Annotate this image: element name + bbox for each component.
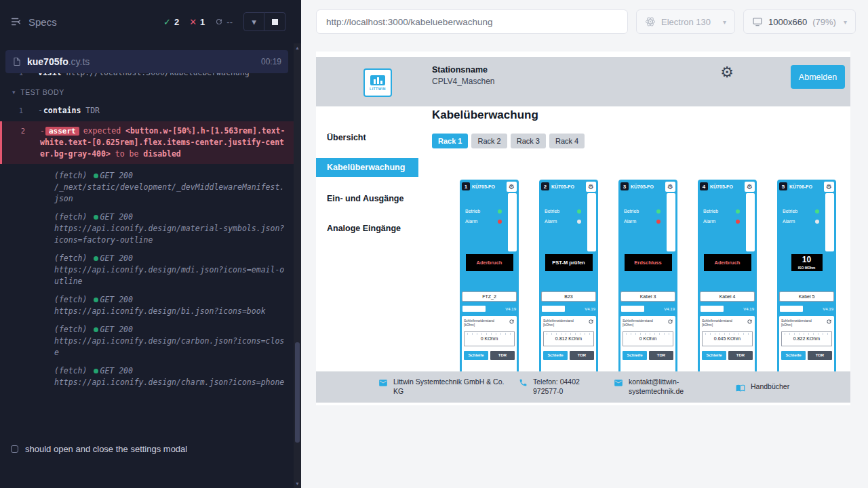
stop-tests-button[interactable] (264, 12, 285, 31)
spec-header[interactable]: kue705fo.cy.ts 00:19 (5, 50, 288, 73)
resistance-value: 0.645 KOhm (702, 331, 753, 346)
device-gear-icon[interactable]: ⚙ (824, 182, 834, 192)
fetch-log-entry[interactable]: (fetch)GET 200https://api.iconify.design… (0, 249, 294, 291)
firmware-version: V4.19 (823, 307, 833, 311)
rack-tab[interactable]: Rack 4 (549, 134, 585, 148)
viewport-selector[interactable]: 1000x660 (79%) ▾ (743, 9, 856, 34)
logout-button[interactable]: Abmelden (791, 65, 845, 89)
indicator-column (746, 193, 755, 251)
app-preview: LITTWIN Stationsname CPLV4_Maschen ⚙ Abm… (316, 52, 850, 405)
sidebar-item[interactable]: Übersicht (316, 129, 418, 146)
indicator-column (587, 193, 596, 251)
spec-file-icon (12, 57, 22, 66)
browser-selector[interactable]: Electron 130 ▾ (636, 9, 735, 34)
next-test-title[interactable]: should open and close the settings modal (0, 439, 294, 458)
card-input[interactable] (621, 306, 644, 312)
schleife-button[interactable]: Schleife (464, 351, 488, 360)
card-title: KÜ705-FO (551, 184, 574, 189)
indicator-column (508, 193, 517, 251)
tdr-button[interactable]: TDR (808, 351, 832, 360)
resistance-value: 0.812 KOhm (543, 331, 594, 346)
status-dot-icon (94, 327, 98, 332)
card-input[interactable] (542, 306, 565, 312)
fetch-log-entry[interactable]: (fetch)GET 200https://api.iconify.design… (0, 321, 294, 362)
fetch-log-entry[interactable]: (fetch)GET 200/_next/static/development/… (0, 167, 294, 208)
scrollbar-thumb[interactable] (295, 342, 300, 443)
alarm-label: Alarm (624, 219, 636, 224)
device-gear-icon[interactable]: ⚙ (507, 182, 517, 192)
scroll-down-icon[interactable]: ▼ (294, 479, 301, 488)
cable-name: Kabel 5 (779, 291, 834, 302)
betrieb-indicator (577, 209, 581, 214)
footer-item: Telefon: 04402 972577-0 (519, 378, 614, 396)
collapse-tests-button[interactable]: ▾ (243, 12, 264, 31)
command-assert-failed[interactable]: 2 -assertexpected <button.w-[50%].h-[1.5… (0, 121, 294, 164)
fetch-log-entry[interactable]: (fetch)GET 200https://api.iconify.design… (0, 208, 294, 249)
schleife-button[interactable]: Schleife (781, 351, 806, 360)
assert-badge: assert (45, 127, 79, 136)
device-gear-icon[interactable]: ⚙ (586, 182, 596, 192)
rack-tabs: Rack 1Rack 2Rack 3Rack 4 (432, 134, 585, 148)
email-address: kontakt@littwin-systemtechnik.de (629, 378, 700, 396)
cable-name: FTZ_2 (462, 291, 517, 302)
fetch-log-list: (fetch)GET 200/_next/static/development/… (0, 167, 294, 392)
spec-filename: kue705fo.cy.ts (27, 56, 90, 67)
rack-tab[interactable]: Rack 2 (471, 134, 507, 148)
contains-arg: TDR (85, 106, 100, 115)
tdr-button[interactable]: TDR (728, 351, 753, 360)
alarm-label: Alarm (545, 219, 557, 224)
cypress-runner: Specs ✓2 ✕1 -- ▾ kue705fo.cy.ts 00:19 1 … (0, 0, 301, 488)
scroll-up-icon[interactable]: ▲ (294, 43, 301, 52)
resistance-label: Schleifenwiderstand [kOhm] (781, 319, 823, 327)
tdr-button[interactable]: TDR (570, 351, 594, 360)
spec-duration: 00:19 (261, 57, 281, 66)
refresh-icon[interactable] (826, 319, 832, 325)
device-gear-icon[interactable]: ⚙ (665, 182, 675, 192)
command-contains[interactable]: 1 -contains TDR (0, 103, 294, 119)
refresh-icon[interactable] (509, 319, 515, 325)
sidebar-item[interactable]: Ein- und Ausgänge (316, 190, 418, 207)
device-gear-icon[interactable]: ⚙ (745, 182, 755, 192)
specs-menu-icon[interactable] (9, 16, 22, 28)
card-input[interactable] (462, 306, 486, 312)
tdr-button[interactable]: TDR (649, 351, 673, 360)
device-card: ⚙1KÜ705-FOBetriebAlarmAderbruchFTZ_2V4.1… (460, 180, 519, 376)
fetch-log-entry[interactable]: (fetch)GET 200https://api.iconify.design… (0, 362, 294, 392)
betrieb-label: Betrieb (783, 209, 797, 214)
specs-label: Specs (28, 16, 57, 28)
resistance-value: 0 KOhm (464, 331, 515, 346)
firmware-version: V4.19 (505, 307, 516, 311)
aut-panel: Electron 130 ▾ 1000x660 (79%) ▾ LITTWIN … (301, 0, 868, 488)
settings-gear-icon[interactable]: ⚙ (720, 65, 734, 80)
refresh-icon (215, 18, 223, 26)
rack-tab[interactable]: Rack 1 (432, 134, 468, 148)
url-input[interactable] (317, 10, 627, 33)
card-input[interactable] (780, 306, 803, 312)
fetch-status: GET 200 (100, 294, 132, 306)
manuals-link[interactable]: Handbücher (751, 382, 789, 392)
sidebar-item[interactable]: Kabelüberwachung (316, 158, 418, 177)
electron-icon (645, 16, 656, 27)
alarm-label: Alarm (783, 219, 795, 224)
phone-icon (519, 378, 528, 387)
refresh-icon[interactable] (667, 319, 673, 325)
schleife-button[interactable]: Schleife (623, 351, 647, 360)
firmware-version: V4.19 (585, 307, 595, 311)
refresh-icon[interactable] (747, 319, 753, 325)
tdr-button[interactable]: TDR (490, 351, 515, 360)
rack-tab[interactable]: Rack 3 (511, 134, 546, 148)
viewport-icon (752, 16, 763, 27)
fetch-log-entry[interactable]: (fetch)GET 200https://api.iconify.design… (0, 291, 294, 321)
runner-scrollbar[interactable]: ▲ ▼ (294, 43, 301, 488)
card-input[interactable] (701, 306, 724, 312)
refresh-icon[interactable] (588, 319, 594, 325)
schleife-button[interactable]: Schleife (702, 351, 726, 360)
schleife-button[interactable]: Schleife (543, 351, 568, 360)
device-card: ⚙5KÜ706-FOBetriebAlarm10ISO MOhmKabel 5V… (777, 180, 836, 376)
test-body-section[interactable]: ▾ TEST BODY (0, 81, 294, 103)
cable-name: Kabel 4 (700, 291, 755, 302)
sidebar-item[interactable]: Analoge Eingänge (316, 220, 418, 237)
runner-controls: ▾ (243, 12, 285, 31)
fetch-status: GET 200 (100, 211, 132, 223)
viewport-size: 1000x660 (768, 17, 807, 27)
